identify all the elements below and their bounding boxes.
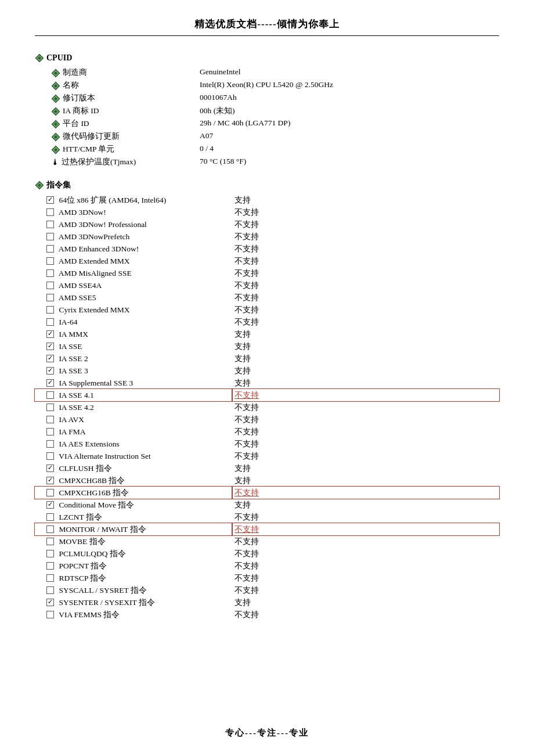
cpuid-field-value: 00h (未知): [197, 105, 499, 117]
unchecked-checkbox: [46, 538, 54, 545]
unchecked-checkbox: [46, 221, 54, 228]
instruction-status: 支持: [232, 352, 499, 365]
unchecked-checkbox: [46, 525, 54, 533]
instruction-status: 不支持: [232, 426, 499, 438]
instruction-row: IA SSE 4.2不支持: [35, 401, 499, 413]
cpuid-field-value: 0 / 4: [197, 143, 499, 156]
instruction-label-text: IA SSE 4.2: [57, 403, 94, 412]
instruction-label-text: AMD Extended MMX: [57, 257, 130, 265]
footer-text: 专心---专注---专业: [35, 704, 499, 739]
instruction-label: IA SSE 2: [35, 352, 232, 365]
cpuid-field-label: 微代码修订更新: [35, 130, 197, 143]
instruction-label: CLFLUSH 指令: [35, 462, 232, 474]
instruction-status: 不支持: [232, 450, 499, 462]
title-divider: [35, 35, 499, 36]
instruction-label-text: IA SSE 2: [57, 354, 88, 363]
instruction-status: 不支持: [232, 511, 499, 523]
instruction-label: AMD SSE4A: [35, 279, 232, 291]
instruction-row: IA FMA不支持: [35, 426, 499, 438]
cpuid-field-value: 29h / MC 40h (LGA771 DP): [197, 117, 499, 130]
instruction-label-text: VIA FEMMS 指令: [57, 610, 120, 619]
instruction-label: RDTSCP 指令: [35, 572, 232, 584]
instruction-row: MONITOR / MWAIT 指令不支持: [35, 523, 499, 535]
instruction-row: VIA FEMMS 指令不支持: [35, 609, 499, 621]
instruction-status: 不支持: [232, 572, 499, 584]
instruction-status: 支持: [232, 328, 499, 340]
unchecked-checkbox: [46, 404, 54, 411]
field-icon: [51, 68, 63, 77]
instruction-label-text: IA AVX: [57, 415, 84, 424]
instruction-row: AMD 3DNow! Professional不支持: [35, 218, 499, 231]
instruction-label-text: CMPXCHG16B 指令: [57, 488, 129, 497]
instruction-status: 支持: [232, 596, 499, 609]
instruction-status: 不支持: [232, 560, 499, 572]
instruction-label: AMD SSE5: [35, 291, 232, 304]
checked-checkbox: [46, 477, 54, 484]
instruction-set-label: 指令集: [46, 180, 71, 190]
unchecked-checkbox: [46, 574, 54, 582]
cpuid-field-label: 制造商: [35, 66, 197, 79]
unchecked-checkbox: [46, 416, 54, 423]
unchecked-checkbox: [46, 208, 54, 216]
field-icon: [51, 145, 63, 153]
instruction-table: 64位 x86 扩展 (AMD64, Intel64)支持 AMD 3DNow!…: [35, 194, 499, 621]
instruction-label: IA SSE 4.2: [35, 401, 232, 413]
instruction-status: 不支持: [232, 291, 499, 304]
field-icon: 🌡: [51, 157, 62, 166]
instruction-row: AMD Enhanced 3DNow!不支持: [35, 243, 499, 255]
instruction-label-text: AMD SSE5: [57, 293, 96, 302]
instruction-status: 不支持: [232, 389, 499, 401]
instruction-label: VIA Alternate Instruction Set: [35, 450, 232, 462]
cpuid-field-label: 修订版本: [35, 92, 197, 105]
unchecked-checkbox: [46, 562, 54, 570]
field-icon: [51, 81, 63, 89]
field-icon: [51, 106, 63, 115]
checked-checkbox: [46, 355, 54, 362]
instruction-label: Conditional Move 指令: [35, 499, 232, 511]
instruction-label: AMD Enhanced 3DNow!: [35, 243, 232, 255]
instruction-row: IA SSE 2支持: [35, 352, 499, 365]
cpuid-table: 制造商GenuineIntel 名称Intel(R) Xeon(R) CPU L…: [35, 66, 499, 168]
instruction-label-text: CLFLUSH 指令: [57, 464, 112, 473]
instruction-row: IA MMX支持: [35, 328, 499, 340]
instruction-label-text: IA-64: [57, 318, 78, 326]
instruction-status: 不支持: [232, 267, 499, 279]
field-icon: [51, 132, 63, 141]
instruction-label: IA AVX: [35, 413, 232, 426]
instruction-label-text: VIA Alternate Instruction Set: [57, 452, 151, 460]
cpuid-label: CPUID: [46, 53, 72, 63]
field-icon: [51, 93, 63, 102]
instruction-label-text: IA SSE: [57, 342, 82, 351]
unchecked-checkbox: [46, 257, 54, 265]
checked-checkbox: [46, 501, 54, 509]
instruction-set-header: 指令集: [35, 180, 499, 190]
instruction-status: 支持: [232, 462, 499, 474]
instruction-label: IA AES Extensions: [35, 438, 232, 450]
instruction-label-text: AMD 3DNowPrefetch: [57, 232, 129, 241]
instruction-status: 支持: [232, 194, 499, 206]
instruction-status: 不支持: [232, 279, 499, 291]
instruction-row: CLFLUSH 指令支持: [35, 462, 499, 474]
field-label-text: 平台 ID: [63, 119, 89, 128]
instruction-label: POPCNT 指令: [35, 560, 232, 572]
field-label-text: 微代码修订更新: [63, 132, 120, 141]
instruction-label: LZCNT 指令: [35, 511, 232, 523]
instruction-label: MONITOR / MWAIT 指令: [35, 523, 232, 535]
instruction-status: 不支持: [232, 487, 499, 499]
instruction-label: IA SSE 3: [35, 365, 232, 377]
instruction-label-text: Conditional Move 指令: [57, 501, 134, 509]
instruction-row: PCLMULQDQ 指令不支持: [35, 548, 499, 560]
instruction-status: 支持: [232, 377, 499, 389]
unchecked-checkbox: [46, 294, 54, 301]
instruction-label: AMD MisAligned SSE: [35, 267, 232, 279]
instruction-row: RDTSCP 指令不支持: [35, 572, 499, 584]
page-container: 精选优质文档-----倾情为你奉上 CPUID 制造商GenuineIntel …: [0, 0, 534, 756]
checked-checkbox: [46, 379, 54, 387]
instruction-status: 不支持: [232, 523, 499, 535]
instruction-label: IA SSE: [35, 340, 232, 352]
instruction-set-icon: [35, 181, 44, 190]
instruction-row: IA AES Extensions不支持: [35, 438, 499, 450]
instruction-row: POPCNT 指令不支持: [35, 560, 499, 572]
instruction-label: PCLMULQDQ 指令: [35, 548, 232, 560]
field-label-text: HTT/CMP 单元: [63, 145, 114, 153]
